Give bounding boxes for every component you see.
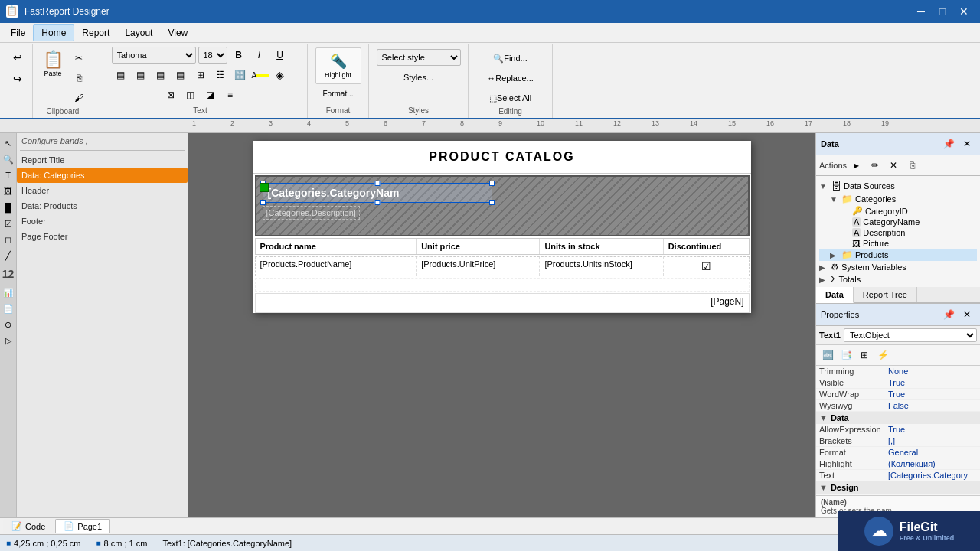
- tree-category-name[interactable]: A CategoryName: [819, 217, 977, 227]
- header-band[interactable]: Header: [17, 183, 188, 198]
- bold-button[interactable]: B: [230, 46, 248, 64]
- props-sort-alpha[interactable]: 🔤: [819, 347, 836, 364]
- props-events[interactable]: ⚡: [874, 347, 891, 364]
- status-bar: ■ 4,25 cm ; 0,25 cm ■ 8 cm ; 1 cm Text1:…: [0, 534, 980, 551]
- replace-button[interactable]: ↔ Replace...: [483, 69, 537, 87]
- gauge-tool[interactable]: ⊙: [2, 318, 15, 331]
- minimize-button[interactable]: ─: [911, 4, 931, 19]
- border-btn1[interactable]: ⊠: [162, 86, 180, 104]
- expand-tool[interactable]: ▷: [2, 334, 15, 347]
- menu-layout[interactable]: Layout: [117, 25, 160, 41]
- menu-report[interactable]: Report: [74, 25, 117, 41]
- tree-totals[interactable]: ▶ Σ Totals: [819, 273, 977, 285]
- title-bar: 📋 FastReport Designer ─ □ ✕: [0, 0, 980, 23]
- data-panel-close[interactable]: ✕: [959, 135, 975, 152]
- highlight-format-button[interactable]: 🔦 Highlight: [315, 47, 361, 84]
- props-close[interactable]: ✕: [959, 306, 975, 323]
- action-delete[interactable]: ✕: [885, 157, 902, 174]
- unit-price-field[interactable]: [Products.UnitPrice]: [416, 257, 540, 276]
- find-button[interactable]: 🔍 Find...: [483, 49, 537, 67]
- font-size-selector[interactable]: 18: [198, 47, 227, 64]
- checkbox-tool[interactable]: ☑: [2, 217, 15, 230]
- line-tool[interactable]: ╱: [2, 249, 15, 262]
- format-painter-button[interactable]: 🖌: [70, 89, 88, 107]
- menu-view[interactable]: View: [160, 25, 195, 41]
- prop-highlight: Highlight (Коллекция): [816, 458, 980, 470]
- code-tab[interactable]: 📝 Code: [3, 519, 54, 533]
- category-name-field[interactable]: [Categories.CategoryNam: [263, 183, 492, 203]
- canvas-area[interactable]: PRODUCT CATALOG [Categories.CategoryNam: [188, 133, 815, 517]
- font-selector[interactable]: Tahoma: [112, 47, 196, 64]
- text-format-btn2[interactable]: ☷: [211, 66, 230, 84]
- props-grid-view[interactable]: ⊞: [856, 347, 873, 364]
- units-in-stock-field[interactable]: [Products.UnitsInStock]: [540, 257, 663, 276]
- align-justify-button[interactable]: ▤: [172, 66, 190, 84]
- prop-format: Format General: [816, 447, 980, 458]
- tree-products[interactable]: ▶ 📁 Products: [819, 249, 977, 261]
- tab-report-tree[interactable]: Report Tree: [854, 287, 917, 302]
- cut-button[interactable]: ✂: [70, 49, 88, 67]
- design-group-header[interactable]: ▼ Design: [816, 481, 980, 494]
- border-btn2[interactable]: ◫: [181, 86, 200, 104]
- border-btn3[interactable]: ◪: [201, 86, 220, 104]
- zoom-tool[interactable]: 🔍: [2, 152, 15, 166]
- props-type-dropdown[interactable]: TextObject: [844, 328, 977, 342]
- subreport-tool[interactable]: 📄: [2, 302, 15, 315]
- style-selector[interactable]: Select style: [377, 49, 461, 66]
- shape-tool[interactable]: ◻: [2, 233, 15, 246]
- action-copy[interactable]: ⎘: [903, 157, 920, 174]
- tree-description[interactable]: A Description: [819, 227, 977, 238]
- underline-button[interactable]: U: [271, 46, 289, 64]
- text-tool[interactable]: T: [2, 168, 15, 182]
- format-btn[interactable]: Format...: [315, 86, 361, 101]
- tree-category-id[interactable]: 🔑 CategoryID: [819, 205, 977, 217]
- chart-tool[interactable]: 📊: [2, 285, 15, 299]
- redo-button[interactable]: ↪: [8, 69, 28, 89]
- footer-band-canvas: [255, 278, 750, 292]
- footer-band[interactable]: Footer: [17, 214, 188, 229]
- category-data-band[interactable]: [Categories.CategoryNam [Categories.Desc…: [255, 175, 750, 236]
- undo-button[interactable]: ↩: [8, 47, 28, 67]
- align-right-button[interactable]: ▤: [152, 66, 170, 84]
- copy-button[interactable]: ⎘: [70, 69, 88, 87]
- picture-tool[interactable]: 🖼: [2, 184, 15, 198]
- data-row[interactable]: [Products.ProductName] [Products.UnitPri…: [255, 256, 750, 276]
- action-btn-1[interactable]: ▸: [848, 157, 865, 174]
- paste-button[interactable]: 📋 Paste: [38, 46, 68, 81]
- props-pin[interactable]: 📌: [940, 306, 957, 323]
- tree-categories[interactable]: ▼ 📁 Categories: [819, 193, 977, 205]
- close-button[interactable]: ✕: [954, 4, 974, 19]
- menu-file[interactable]: File: [3, 25, 33, 41]
- data-categories-band[interactable]: Data: Categories: [17, 168, 188, 183]
- select-tool[interactable]: ↖: [2, 136, 15, 150]
- data-group-header[interactable]: ▼ Data: [816, 412, 980, 424]
- menu-home[interactable]: Home: [33, 24, 74, 41]
- report-title-band[interactable]: Report Title: [17, 152, 188, 168]
- page1-tab[interactable]: 📄 Page1: [55, 519, 110, 533]
- fill-color-btn[interactable]: ◈: [271, 66, 289, 84]
- maximize-button[interactable]: □: [933, 4, 952, 19]
- tab-data[interactable]: Data: [816, 287, 854, 303]
- page-footer-band[interactable]: Page Footer: [17, 229, 188, 244]
- product-name-field[interactable]: [Products.ProductName]: [256, 257, 417, 276]
- action-edit[interactable]: ✏: [867, 157, 884, 174]
- styles-button[interactable]: Styles...: [377, 68, 461, 86]
- tree-picture[interactable]: 🖼 Picture: [819, 238, 977, 249]
- category-desc-field[interactable]: [Categories.Description]: [263, 206, 360, 220]
- text-format-btn3[interactable]: 🔠: [231, 66, 250, 84]
- props-sort-category[interactable]: 📑: [838, 347, 854, 364]
- italic-button[interactable]: I: [250, 46, 269, 64]
- text-color-btn[interactable]: A: [251, 66, 270, 84]
- data-products-band[interactable]: Data: Products: [17, 198, 188, 214]
- data-panel-pin[interactable]: 📌: [940, 135, 957, 152]
- border-style-btn[interactable]: ≡: [221, 86, 240, 104]
- select-all-button[interactable]: ⬚ Select All: [483, 89, 537, 107]
- filegit-icon: ☁: [864, 517, 893, 546]
- align-buttons[interactable]: ▤: [112, 66, 130, 84]
- configure-bands-item[interactable]: Configure bands ,: [17, 133, 188, 148]
- align-center-button[interactable]: ▤: [132, 66, 150, 84]
- barcode-tool[interactable]: ▐▌: [2, 201, 15, 214]
- tree-system-variables[interactable]: ▶ ⚙ System Variables: [819, 261, 977, 273]
- discontinued-field[interactable]: ☑: [664, 257, 749, 276]
- text-format-btn1[interactable]: ⊞: [191, 66, 210, 84]
